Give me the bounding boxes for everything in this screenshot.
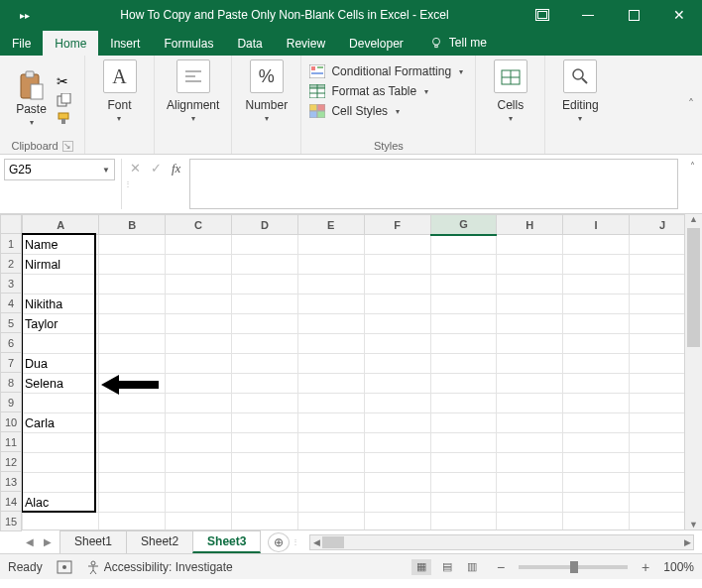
cell-B7[interactable]	[99, 354, 166, 374]
cell-B11[interactable]	[99, 433, 166, 453]
zoom-level[interactable]: 100%	[663, 560, 694, 574]
normal-view-icon[interactable]: ▦	[411, 559, 431, 575]
cell-B1[interactable]	[99, 235, 166, 255]
cell-H3[interactable]	[497, 275, 563, 294]
row-header-12[interactable]: 12	[0, 452, 22, 472]
cell-C14[interactable]	[166, 493, 232, 513]
cell-D4[interactable]	[231, 294, 297, 314]
column-header-D[interactable]: D	[231, 215, 297, 235]
cell-A1[interactable]: Name	[23, 235, 99, 255]
cell-styles[interactable]: Cell Styles▾	[309, 104, 400, 118]
scroll-left-icon[interactable]: ◀	[310, 535, 322, 549]
tab-data[interactable]: Data	[225, 31, 274, 56]
cell-G9[interactable]	[430, 394, 497, 413]
cell-I2[interactable]	[563, 255, 630, 275]
cell-H8[interactable]	[497, 374, 563, 394]
row-header-2[interactable]: 2	[0, 254, 22, 274]
cell-H4[interactable]	[497, 294, 563, 314]
maximize-button[interactable]	[611, 0, 656, 30]
cell-F6[interactable]	[364, 334, 430, 354]
cell-D3[interactable]	[231, 275, 297, 294]
cell-D11[interactable]	[231, 433, 297, 453]
cell-A9[interactable]	[23, 394, 99, 413]
cell-I12[interactable]	[563, 453, 630, 473]
cell-G3[interactable]	[430, 275, 497, 294]
cell-D7[interactable]	[231, 354, 297, 374]
column-header-C[interactable]: C	[166, 215, 232, 235]
cell-G14[interactable]	[430, 493, 497, 513]
cell-F5[interactable]	[364, 314, 430, 334]
column-header-G[interactable]: G	[430, 215, 497, 235]
cell-H2[interactable]	[497, 255, 563, 275]
cell-D9[interactable]	[231, 394, 297, 413]
cell-B2[interactable]	[99, 255, 166, 275]
tab-file[interactable]: File	[0, 31, 43, 56]
cell-C1[interactable]	[166, 235, 232, 255]
cell-J12[interactable]	[630, 453, 684, 473]
macro-record-icon[interactable]	[57, 560, 72, 574]
cell-H6[interactable]	[497, 334, 563, 354]
row-header-4[interactable]: 4	[0, 294, 22, 313]
chevron-down-icon[interactable]: ▼	[102, 166, 110, 175]
cell-C3[interactable]	[166, 275, 232, 294]
cell-A4[interactable]: Nikitha	[23, 294, 99, 314]
cell-F3[interactable]	[364, 275, 430, 294]
cells-dropdown[interactable]: Cells▾	[494, 96, 528, 125]
cell-B4[interactable]	[99, 294, 166, 314]
cell-J7[interactable]	[630, 354, 684, 374]
tab-developer[interactable]: Developer	[337, 31, 415, 56]
column-header-A[interactable]: A	[23, 215, 99, 235]
cell-J8[interactable]	[630, 374, 684, 394]
zoom-in-icon[interactable]: +	[642, 559, 649, 575]
cell-A3[interactable]	[23, 275, 99, 294]
cell-D15[interactable]	[231, 513, 297, 530]
cell-H15[interactable]	[497, 513, 563, 530]
cell-A10[interactable]: Carla	[23, 413, 99, 433]
cell-J13[interactable]	[630, 473, 684, 493]
cell-E4[interactable]	[297, 294, 364, 314]
cell-F4[interactable]	[364, 294, 430, 314]
cell-J1[interactable]	[630, 235, 684, 255]
cell-J5[interactable]	[630, 314, 684, 334]
cell-G5[interactable]	[430, 314, 497, 334]
cell-H12[interactable]	[497, 453, 563, 473]
tab-formulas[interactable]: Formulas	[152, 31, 225, 56]
cell-E14[interactable]	[297, 493, 364, 513]
cell-C12[interactable]	[166, 453, 232, 473]
row-header-5[interactable]: 5	[0, 313, 22, 333]
cell-A6[interactable]	[23, 334, 99, 354]
cell-I9[interactable]	[563, 394, 630, 413]
cell-A8[interactable]: Selena	[23, 374, 99, 394]
cell-D1[interactable]	[231, 235, 297, 255]
row-header-3[interactable]: 3	[0, 274, 22, 294]
cell-I4[interactable]	[563, 294, 630, 314]
cell-C5[interactable]	[166, 314, 232, 334]
column-header-I[interactable]: I	[563, 215, 630, 235]
zoom-slider[interactable]	[519, 565, 628, 569]
scroll-down-icon[interactable]: ▼	[685, 520, 702, 529]
cell-E7[interactable]	[297, 354, 364, 374]
tell-me[interactable]: Tell me	[421, 30, 495, 56]
cell-F2[interactable]	[364, 255, 430, 275]
paste-button[interactable]: Paste ▾	[12, 68, 51, 129]
cell-F1[interactable]	[364, 235, 430, 255]
page-layout-view-icon[interactable]: ▤	[437, 559, 457, 575]
row-header-14[interactable]: 14	[0, 492, 22, 512]
cell-D6[interactable]	[231, 334, 297, 354]
name-box[interactable]: G25 ▼	[4, 159, 115, 180]
cell-E12[interactable]	[297, 453, 364, 473]
cell-B14[interactable]	[99, 493, 166, 513]
select-all-corner[interactable]	[0, 214, 22, 234]
cell-I10[interactable]	[563, 413, 630, 433]
cell-C8[interactable]	[166, 374, 232, 394]
cell-I11[interactable]	[563, 433, 630, 453]
cell-C6[interactable]	[166, 334, 232, 354]
cell-E6[interactable]	[297, 334, 364, 354]
cell-G10[interactable]	[430, 413, 497, 433]
cell-H7[interactable]	[497, 354, 563, 374]
cell-G4[interactable]	[430, 294, 497, 314]
cell-J10[interactable]	[630, 413, 684, 433]
cancel-formula-icon[interactable]: ✕	[130, 161, 141, 176]
cell-J2[interactable]	[630, 255, 684, 275]
cell-F14[interactable]	[364, 493, 430, 513]
